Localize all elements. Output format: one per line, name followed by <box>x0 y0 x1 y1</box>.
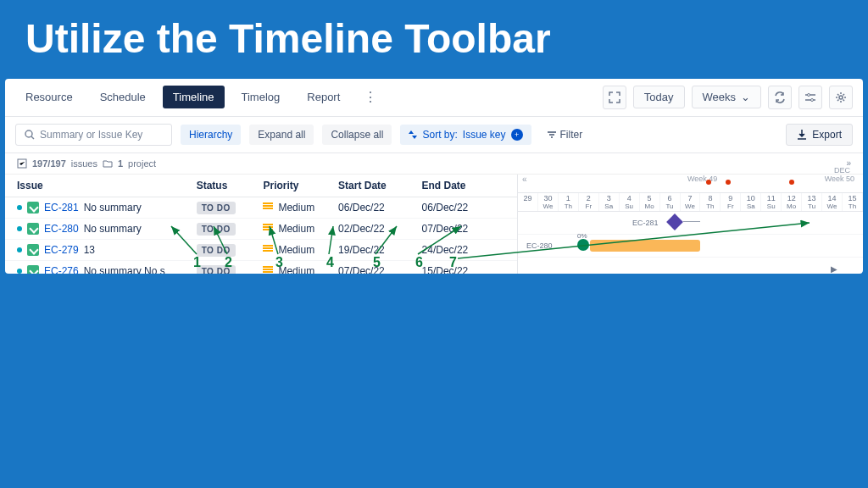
priority-label: Medium <box>278 223 314 235</box>
tab-schedule[interactable]: Schedule <box>90 86 156 108</box>
app-window: Resource Schedule Timeline Timelog Repor… <box>5 79 863 274</box>
search-icon <box>25 130 35 140</box>
issue-key[interactable]: EC-280 <box>44 223 79 235</box>
scroll-right-icon[interactable]: ▶ <box>831 264 837 274</box>
export-button[interactable]: Export <box>786 124 853 146</box>
annotation-1: 1 <box>193 255 201 270</box>
status-badge[interactable]: TO DO <box>197 223 236 236</box>
week-49-label: Week 49 <box>687 175 717 183</box>
start-date: 19/Dec/22 <box>338 244 421 256</box>
project-icon <box>103 158 113 169</box>
svg-point-2 <box>839 96 843 99</box>
issue-key[interactable]: EC-279 <box>44 244 79 256</box>
day-column: 11Su <box>761 193 782 211</box>
issuetype-icon <box>27 244 39 256</box>
refresh-icon[interactable] <box>768 86 792 109</box>
issue-table: Issue Status Priority Start Date End Dat… <box>5 175 518 274</box>
sort-value: Issue key <box>463 129 506 141</box>
col-priority[interactable]: Priority <box>263 180 338 191</box>
priority-icon <box>263 245 273 255</box>
end-date: 24/Dec/22 <box>422 244 505 256</box>
bullet-icon <box>17 269 22 274</box>
issuetype-icon <box>27 265 39 274</box>
svg-point-1 <box>811 98 814 101</box>
table-header: Issue Status Priority Start Date End Dat… <box>5 175 517 197</box>
bullet-icon <box>17 226 22 231</box>
zoom-label: Weeks <box>703 91 737 103</box>
annotation-3: 3 <box>275 255 283 270</box>
issue-count: 197/197 <box>32 158 66 169</box>
priority-label: Medium <box>278 202 314 214</box>
collapse-all-button[interactable]: Collapse all <box>322 125 392 145</box>
priority-icon <box>263 202 273 213</box>
col-status[interactable]: Status <box>197 180 264 191</box>
issue-summary: No summary <box>84 223 142 235</box>
assignee-avatar[interactable] <box>577 239 589 251</box>
day-column: 5Mo <box>640 193 660 211</box>
fullscreen-icon[interactable] <box>603 86 626 109</box>
tab-timeline[interactable]: Timeline <box>163 86 225 108</box>
issue-key[interactable]: EC-281 <box>44 202 79 214</box>
table-row[interactable]: EC-281 No summary TO DO Medium 06/Dec/22… <box>5 197 517 219</box>
annotation-4: 4 <box>326 255 334 270</box>
milestone-icon[interactable] <box>666 214 683 230</box>
download-icon <box>797 130 807 140</box>
sort-button[interactable]: Sort by: Issue key + <box>400 125 531 145</box>
col-start[interactable]: Start Date <box>338 180 421 191</box>
day-column: 6Tu <box>660 193 681 211</box>
col-end[interactable]: End Date <box>422 180 505 191</box>
status-badge[interactable]: TO DO <box>197 202 236 214</box>
holiday-marker-icon <box>789 180 794 185</box>
issue-summary: No summary <box>84 202 142 214</box>
col-issue[interactable]: Issue <box>17 180 197 191</box>
gantt-bar[interactable] <box>590 240 700 252</box>
issue-summary: No summary No s <box>84 265 165 274</box>
project-count: 1 <box>118 158 123 169</box>
tab-timelog[interactable]: Timelog <box>231 86 291 108</box>
priority-icon <box>263 224 273 234</box>
day-column: 12Mo <box>782 193 802 211</box>
tab-bar: Resource Schedule Timeline Timelog Repor… <box>5 79 863 117</box>
table-row[interactable]: EC-276 No summary No s TO DO Medium 07/D… <box>5 261 517 274</box>
issue-summary: 13 <box>84 244 95 256</box>
search-placeholder: Summary or Issue Key <box>40 129 142 141</box>
export-label: Export <box>812 129 842 141</box>
day-column: 9Fr <box>721 193 741 211</box>
gantt-row: EC-281 <box>518 212 863 235</box>
day-column: 13Tu <box>802 193 822 211</box>
day-column: 1Th <box>559 193 579 211</box>
annotation-5: 5 <box>373 255 381 270</box>
settings-icon[interactable] <box>829 86 853 109</box>
start-date: 06/Dec/22 <box>338 202 421 214</box>
more-menu-icon[interactable]: ⋮ <box>360 86 381 108</box>
svg-point-0 <box>808 93 810 96</box>
month-label: DEC <box>834 166 850 175</box>
issue-key[interactable]: EC-276 <box>44 265 79 274</box>
sort-prefix: Sort by: <box>422 129 457 141</box>
issues-label: issues <box>71 158 97 169</box>
gantt-row: ▶ <box>518 258 863 274</box>
filter-button[interactable]: Filter <box>540 125 590 145</box>
expand-all-button[interactable]: Expand all <box>249 125 314 145</box>
meta-counts: 197/197 issues 1 project » <box>5 153 863 175</box>
search-input[interactable]: Summary or Issue Key <box>15 124 172 146</box>
bullet-icon <box>17 205 22 210</box>
svg-point-3 <box>25 130 32 137</box>
day-column: 3Sa <box>599 193 620 211</box>
tab-resource[interactable]: Resource <box>15 86 83 108</box>
sort-add-icon[interactable]: + <box>511 129 523 141</box>
day-column: 29 <box>518 193 538 211</box>
gantt-chart[interactable]: « Week 49 Week 50 DEC 2930We1Th2Fr3Sa4Su… <box>518 175 863 274</box>
today-button[interactable]: Today <box>633 86 685 108</box>
start-date: 02/Dec/22 <box>338 223 421 235</box>
day-column: 10Sa <box>741 193 761 211</box>
day-column: 7We <box>681 193 701 211</box>
table-row[interactable]: EC-279 13 TO DO Medium 19/Dec/22 24/Dec/… <box>5 240 517 261</box>
end-date: 07/Dec/22 <box>422 223 505 235</box>
hierarchy-button[interactable]: Hierarchy <box>181 125 241 145</box>
filter-settings-icon[interactable] <box>798 86 822 109</box>
table-row[interactable]: EC-280 No summary TO DO Medium 02/Dec/22… <box>5 219 517 240</box>
tab-report[interactable]: Report <box>297 86 350 108</box>
zoom-select[interactable]: Weeks ⌄ <box>692 86 762 108</box>
end-date: 06/Dec/22 <box>422 202 505 214</box>
